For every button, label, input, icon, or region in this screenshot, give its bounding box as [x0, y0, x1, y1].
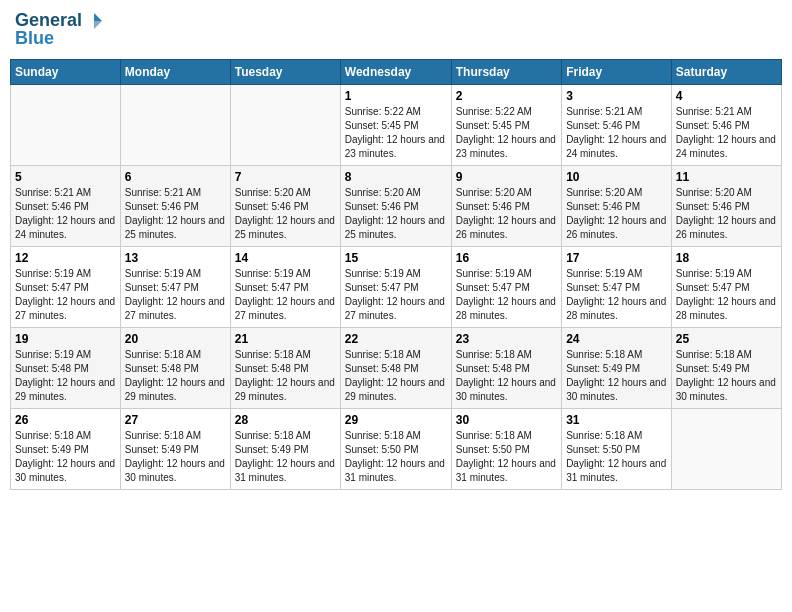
day-info: Sunrise: 5:19 AMSunset: 5:47 PMDaylight:… [15, 267, 116, 323]
day-number: 6 [125, 170, 226, 184]
page-header: General Blue [10, 10, 782, 49]
calendar-week-row: 19Sunrise: 5:19 AMSunset: 5:48 PMDayligh… [11, 328, 782, 409]
empty-day-cell [230, 85, 340, 166]
day-number: 20 [125, 332, 226, 346]
logo-blue: Blue [15, 28, 104, 50]
day-info: Sunrise: 5:21 AMSunset: 5:46 PMDaylight:… [125, 186, 226, 242]
day-cell: 10Sunrise: 5:20 AMSunset: 5:46 PMDayligh… [562, 166, 672, 247]
day-info: Sunrise: 5:19 AMSunset: 5:47 PMDaylight:… [125, 267, 226, 323]
day-number: 31 [566, 413, 667, 427]
day-info: Sunrise: 5:21 AMSunset: 5:46 PMDaylight:… [15, 186, 116, 242]
day-number: 11 [676, 170, 777, 184]
day-info: Sunrise: 5:21 AMSunset: 5:46 PMDaylight:… [566, 105, 667, 161]
day-cell: 2Sunrise: 5:22 AMSunset: 5:45 PMDaylight… [451, 85, 561, 166]
day-info: Sunrise: 5:20 AMSunset: 5:46 PMDaylight:… [676, 186, 777, 242]
day-info: Sunrise: 5:18 AMSunset: 5:50 PMDaylight:… [456, 429, 557, 485]
empty-day-cell [671, 409, 781, 490]
day-info: Sunrise: 5:21 AMSunset: 5:46 PMDaylight:… [676, 105, 777, 161]
day-number: 8 [345, 170, 447, 184]
day-info: Sunrise: 5:19 AMSunset: 5:47 PMDaylight:… [566, 267, 667, 323]
day-cell: 25Sunrise: 5:18 AMSunset: 5:49 PMDayligh… [671, 328, 781, 409]
day-cell: 9Sunrise: 5:20 AMSunset: 5:46 PMDaylight… [451, 166, 561, 247]
day-cell: 4Sunrise: 5:21 AMSunset: 5:46 PMDaylight… [671, 85, 781, 166]
day-info: Sunrise: 5:19 AMSunset: 5:47 PMDaylight:… [235, 267, 336, 323]
weekday-header: Wednesday [340, 60, 451, 85]
day-info: Sunrise: 5:18 AMSunset: 5:49 PMDaylight:… [125, 429, 226, 485]
day-cell: 7Sunrise: 5:20 AMSunset: 5:46 PMDaylight… [230, 166, 340, 247]
day-cell: 31Sunrise: 5:18 AMSunset: 5:50 PMDayligh… [562, 409, 672, 490]
day-cell: 11Sunrise: 5:20 AMSunset: 5:46 PMDayligh… [671, 166, 781, 247]
day-info: Sunrise: 5:18 AMSunset: 5:49 PMDaylight:… [15, 429, 116, 485]
day-number: 3 [566, 89, 667, 103]
day-number: 14 [235, 251, 336, 265]
day-number: 22 [345, 332, 447, 346]
logo: General Blue [15, 10, 104, 49]
day-number: 2 [456, 89, 557, 103]
day-info: Sunrise: 5:18 AMSunset: 5:50 PMDaylight:… [566, 429, 667, 485]
day-cell: 20Sunrise: 5:18 AMSunset: 5:48 PMDayligh… [120, 328, 230, 409]
day-number: 25 [676, 332, 777, 346]
day-info: Sunrise: 5:19 AMSunset: 5:47 PMDaylight:… [676, 267, 777, 323]
calendar-table: SundayMondayTuesdayWednesdayThursdayFrid… [10, 59, 782, 490]
day-number: 18 [676, 251, 777, 265]
day-cell: 3Sunrise: 5:21 AMSunset: 5:46 PMDaylight… [562, 85, 672, 166]
day-cell: 18Sunrise: 5:19 AMSunset: 5:47 PMDayligh… [671, 247, 781, 328]
day-cell: 14Sunrise: 5:19 AMSunset: 5:47 PMDayligh… [230, 247, 340, 328]
day-info: Sunrise: 5:22 AMSunset: 5:45 PMDaylight:… [345, 105, 447, 161]
day-cell: 19Sunrise: 5:19 AMSunset: 5:48 PMDayligh… [11, 328, 121, 409]
day-cell: 13Sunrise: 5:19 AMSunset: 5:47 PMDayligh… [120, 247, 230, 328]
day-number: 23 [456, 332, 557, 346]
calendar-week-row: 1Sunrise: 5:22 AMSunset: 5:45 PMDaylight… [11, 85, 782, 166]
empty-day-cell [11, 85, 121, 166]
day-number: 19 [15, 332, 116, 346]
day-info: Sunrise: 5:18 AMSunset: 5:49 PMDaylight:… [676, 348, 777, 404]
day-number: 10 [566, 170, 667, 184]
day-number: 16 [456, 251, 557, 265]
day-cell: 16Sunrise: 5:19 AMSunset: 5:47 PMDayligh… [451, 247, 561, 328]
day-number: 26 [15, 413, 116, 427]
day-info: Sunrise: 5:18 AMSunset: 5:50 PMDaylight:… [345, 429, 447, 485]
weekday-header: Monday [120, 60, 230, 85]
day-info: Sunrise: 5:18 AMSunset: 5:49 PMDaylight:… [566, 348, 667, 404]
day-info: Sunrise: 5:19 AMSunset: 5:48 PMDaylight:… [15, 348, 116, 404]
day-cell: 15Sunrise: 5:19 AMSunset: 5:47 PMDayligh… [340, 247, 451, 328]
calendar-week-row: 26Sunrise: 5:18 AMSunset: 5:49 PMDayligh… [11, 409, 782, 490]
day-cell: 8Sunrise: 5:20 AMSunset: 5:46 PMDaylight… [340, 166, 451, 247]
day-info: Sunrise: 5:18 AMSunset: 5:48 PMDaylight:… [235, 348, 336, 404]
day-cell: 17Sunrise: 5:19 AMSunset: 5:47 PMDayligh… [562, 247, 672, 328]
empty-day-cell [120, 85, 230, 166]
day-cell: 22Sunrise: 5:18 AMSunset: 5:48 PMDayligh… [340, 328, 451, 409]
day-info: Sunrise: 5:19 AMSunset: 5:47 PMDaylight:… [345, 267, 447, 323]
day-number: 28 [235, 413, 336, 427]
day-info: Sunrise: 5:18 AMSunset: 5:48 PMDaylight:… [345, 348, 447, 404]
day-number: 24 [566, 332, 667, 346]
day-cell: 26Sunrise: 5:18 AMSunset: 5:49 PMDayligh… [11, 409, 121, 490]
day-number: 12 [15, 251, 116, 265]
day-cell: 6Sunrise: 5:21 AMSunset: 5:46 PMDaylight… [120, 166, 230, 247]
day-info: Sunrise: 5:19 AMSunset: 5:47 PMDaylight:… [456, 267, 557, 323]
day-number: 29 [345, 413, 447, 427]
day-cell: 30Sunrise: 5:18 AMSunset: 5:50 PMDayligh… [451, 409, 561, 490]
day-cell: 24Sunrise: 5:18 AMSunset: 5:49 PMDayligh… [562, 328, 672, 409]
day-number: 7 [235, 170, 336, 184]
day-cell: 5Sunrise: 5:21 AMSunset: 5:46 PMDaylight… [11, 166, 121, 247]
calendar-week-row: 5Sunrise: 5:21 AMSunset: 5:46 PMDaylight… [11, 166, 782, 247]
day-number: 13 [125, 251, 226, 265]
weekday-header: Saturday [671, 60, 781, 85]
day-info: Sunrise: 5:20 AMSunset: 5:46 PMDaylight:… [235, 186, 336, 242]
day-number: 9 [456, 170, 557, 184]
day-number: 30 [456, 413, 557, 427]
weekday-header: Friday [562, 60, 672, 85]
day-number: 15 [345, 251, 447, 265]
day-number: 27 [125, 413, 226, 427]
day-info: Sunrise: 5:18 AMSunset: 5:48 PMDaylight:… [456, 348, 557, 404]
day-info: Sunrise: 5:20 AMSunset: 5:46 PMDaylight:… [345, 186, 447, 242]
day-number: 17 [566, 251, 667, 265]
day-cell: 29Sunrise: 5:18 AMSunset: 5:50 PMDayligh… [340, 409, 451, 490]
weekday-header: Thursday [451, 60, 561, 85]
day-info: Sunrise: 5:20 AMSunset: 5:46 PMDaylight:… [566, 186, 667, 242]
day-cell: 27Sunrise: 5:18 AMSunset: 5:49 PMDayligh… [120, 409, 230, 490]
calendar-week-row: 12Sunrise: 5:19 AMSunset: 5:47 PMDayligh… [11, 247, 782, 328]
day-number: 21 [235, 332, 336, 346]
weekday-header: Sunday [11, 60, 121, 85]
